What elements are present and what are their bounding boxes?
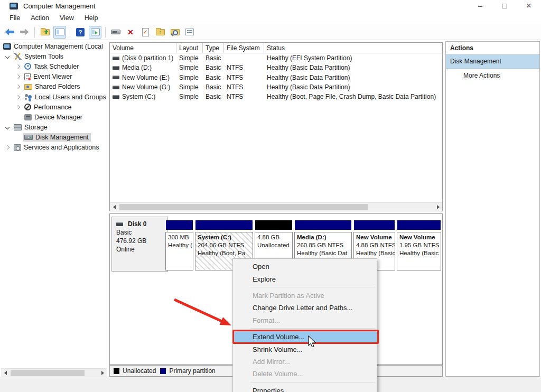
- tree-item-system-tools[interactable]: System Tools: [1, 51, 107, 61]
- tree-item-device-manager[interactable]: Device Manager: [1, 112, 107, 122]
- menu-item-explore[interactable]: Explore: [233, 273, 377, 285]
- partition-6[interactable]: New Volume1.95 GB NTFSHealthy (Basic: [397, 220, 441, 273]
- up-one-level-icon: [41, 29, 50, 35]
- minimize-button[interactable]: –: [468, 0, 492, 12]
- close-button[interactable]: ×: [517, 0, 541, 12]
- toolbar-help-icon[interactable]: ?: [74, 26, 87, 39]
- menu-action[interactable]: Action: [25, 13, 54, 23]
- toolbar-forward-icon[interactable]: [18, 26, 31, 39]
- menu-view[interactable]: View: [54, 13, 79, 23]
- table-row[interactable]: New Volume (E:)SimpleBasicNTFSHealthy (B…: [110, 73, 442, 82]
- menu-item-open[interactable]: Open: [233, 260, 377, 273]
- scroll-right-arrow-icon[interactable]: [434, 203, 442, 211]
- tree-item-event-viewer[interactable]: Event Viewer: [1, 72, 107, 82]
- table-row[interactable]: (Disk 0 partition 1)SimpleBasicHealthy (…: [110, 53, 442, 63]
- partition-1[interactable]: 300 MBHealthy (: [165, 220, 193, 273]
- disk-0-header[interactable]: Disk 0 Basic 476.92 GB Online: [111, 217, 168, 272]
- computer-icon: [3, 43, 11, 50]
- menu-item-properties[interactable]: Properties: [233, 385, 377, 392]
- partition-color-bar: [195, 220, 253, 230]
- layout-cell: Simple: [176, 53, 203, 63]
- partition-color-bar: [165, 220, 193, 230]
- tree-item-storage[interactable]: Storage: [1, 123, 107, 133]
- partition-name: Media (D:): [297, 234, 349, 241]
- expander-expanded-icon[interactable]: [2, 55, 13, 58]
- partition-status: Healthy (: [168, 241, 191, 249]
- table-row[interactable]: Media (D:)SimpleBasicNTFSHealthy (Basic …: [110, 63, 442, 72]
- expander-collapsed-icon[interactable]: [13, 96, 23, 99]
- toolbar-folder-search-icon[interactable]: [169, 26, 181, 39]
- expander-collapsed-icon[interactable]: [13, 106, 23, 109]
- tree-item-computer-management-local[interactable]: Computer Management (Local: [1, 41, 107, 51]
- menu-item-format: Format...: [233, 314, 377, 326]
- tree-item-services-and-applications[interactable]: Services and Applications: [1, 143, 107, 153]
- scrollbar-thumb[interactable]: [11, 370, 85, 376]
- scroll-left-arrow-icon[interactable]: [110, 203, 118, 211]
- column-header-status[interactable]: Status: [264, 43, 442, 53]
- column-header-volume[interactable]: Volume: [110, 43, 176, 53]
- tools-icon: [14, 53, 22, 60]
- partition-size: 4.88 GB NTFS: [356, 241, 393, 249]
- toolbar-up-one-level-icon[interactable]: [39, 26, 51, 39]
- scrollbar-thumb[interactable]: [119, 204, 368, 210]
- volume-icon: [113, 57, 119, 60]
- expander-collapsed-icon[interactable]: [13, 75, 23, 78]
- toolbar-red-x-icon[interactable]: ×: [124, 26, 137, 39]
- scroll-right-arrow-icon[interactable]: [98, 369, 107, 377]
- toolbar-check-document-icon[interactable]: ✓: [139, 26, 152, 39]
- partition-size: 300 MB: [168, 234, 191, 241]
- back-icon: [5, 29, 14, 35]
- disk-0-title: Disk 0: [116, 220, 167, 228]
- expander-collapsed-icon[interactable]: [2, 146, 13, 149]
- folder-search-icon: [171, 29, 180, 35]
- tree-item-performance[interactable]: Performance: [1, 102, 107, 112]
- table-row[interactable]: New Volume (G:)SimpleBasicNTFSHealthy (B…: [110, 82, 442, 92]
- volume-icon: [113, 66, 119, 70]
- toolbar-drive-icon[interactable]: [109, 26, 122, 39]
- legend-label: Unallocated: [123, 367, 156, 375]
- tree-item-task-scheduler[interactable]: Task Scheduler: [1, 61, 107, 71]
- column-header-layout[interactable]: Layout: [176, 43, 203, 53]
- partition-box[interactable]: New Volume1.95 GB NTFSHealthy (Basic: [397, 232, 441, 270]
- more-actions-item[interactable]: More Actions: [446, 69, 539, 82]
- menu-item-extend-volume[interactable]: Extend Volume...: [233, 331, 377, 343]
- layout-cell: Simple: [176, 92, 203, 101]
- tree-item-local-users-and-groups[interactable]: Local Users and Groups: [1, 92, 107, 102]
- menu-help[interactable]: Help: [79, 13, 104, 23]
- toolbar-back-icon[interactable]: [3, 26, 16, 39]
- toolbar-folder-up-icon[interactable]: ↑: [154, 26, 166, 39]
- scroll-left-arrow-icon[interactable]: [1, 369, 10, 377]
- menu-item-shrink-volume[interactable]: Shrink Volume...: [233, 343, 377, 355]
- partition-color-bar: [397, 220, 441, 230]
- volume-cell: (Disk 0 partition 1): [110, 53, 176, 63]
- expander-collapsed-icon[interactable]: [13, 65, 23, 68]
- column-header-type[interactable]: Type: [203, 43, 224, 53]
- partition-color-bar: [294, 220, 352, 230]
- expander-collapsed-icon[interactable]: [13, 85, 23, 88]
- menu-file[interactable]: File: [4, 13, 25, 23]
- tree-item-label: Device Manager: [34, 114, 82, 121]
- toolbar-list-view-icon[interactable]: [183, 26, 196, 39]
- actions-disk-management-item[interactable]: Disk Management: [446, 54, 539, 69]
- performance-icon: [24, 104, 31, 110]
- toolbar-show-action-pane-icon[interactable]: [89, 26, 101, 39]
- column-header-file-system[interactable]: File System: [224, 43, 264, 53]
- tree-horizontal-scrollbar[interactable]: [1, 368, 107, 377]
- menu-separator: [233, 326, 377, 331]
- expander-expanded-icon[interactable]: [2, 126, 13, 129]
- maximize-button[interactable]: □: [492, 0, 517, 12]
- storage-icon: [14, 124, 22, 130]
- layout-cell: Simple: [176, 82, 203, 92]
- volume-list-horizontal-scrollbar[interactable]: [110, 202, 442, 211]
- tree-item-shared-folders[interactable]: Shared Folders: [1, 82, 107, 92]
- table-row[interactable]: System (C:)SimpleBasicNTFSHealthy (Boot,…: [110, 92, 442, 101]
- volume-list-pane: VolumeLayoutTypeFile SystemStatus (Disk …: [109, 42, 443, 211]
- tree-item-disk-management[interactable]: Disk Management: [1, 133, 107, 143]
- toolbar-show-console-tree-icon[interactable]: [53, 26, 66, 39]
- partition-box[interactable]: 300 MBHealthy (: [165, 232, 193, 270]
- device-icon: [24, 114, 32, 120]
- menu-item-mark-partition-as-active: Mark Partition as Active: [233, 290, 377, 302]
- console-tree: Computer Management (LocalSystem ToolsTa…: [1, 41, 107, 153]
- menu-item-change-drive-letter-and-paths[interactable]: Change Drive Letter and Paths...: [233, 302, 377, 314]
- file-system-cell: NTFS: [224, 92, 264, 101]
